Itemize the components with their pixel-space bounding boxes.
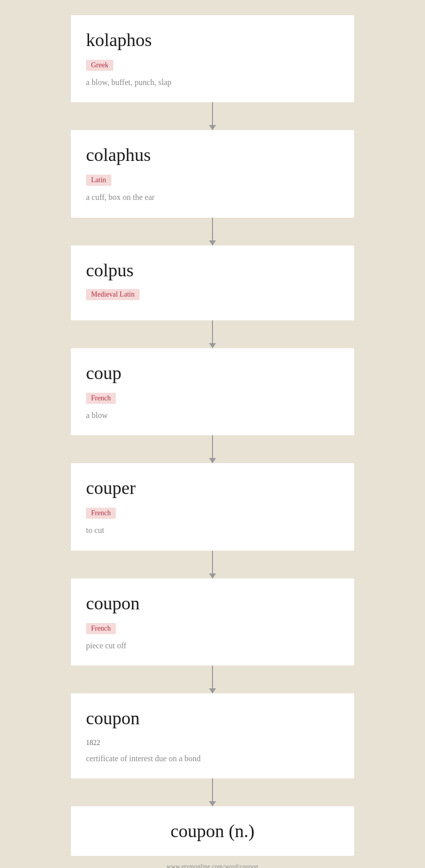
arrow-connector-2: [212, 218, 213, 245]
word-card-kolaphos: kolaphos Greek a blow, buffet, punch, sl…: [71, 15, 354, 102]
word-definition-colaphus: a cuff, box on the ear: [86, 192, 339, 203]
year-tag-coupon-1822: 1822: [86, 739, 100, 747]
word-definition-coup: a blow: [86, 410, 339, 421]
language-tag-colpus: Medieval Latin: [86, 289, 140, 300]
word-definition-coupon-french: piece cut off: [86, 640, 339, 651]
word-title-kolaphos: kolaphos: [86, 29, 339, 51]
word-title-colaphus: colaphus: [86, 144, 339, 166]
word-card-colpus: colpus Medieval Latin: [71, 245, 354, 320]
word-title-final: coupon (n.): [171, 820, 254, 842]
word-title-coupon-french: coupon: [86, 593, 339, 614]
word-card-coupon-french: coupon French piece cut off: [71, 578, 354, 666]
word-title-couper: couper: [86, 477, 339, 499]
word-definition-kolaphos: a blow, buffet, punch, slap: [86, 77, 339, 88]
arrow-connector-7: [212, 778, 213, 806]
word-card-couper: couper French to cut: [71, 463, 354, 550]
word-definition-coupon-1822: certificate of interest due on a bond: [86, 753, 339, 764]
language-tag-colaphus: Latin: [86, 175, 111, 186]
arrow-connector-1: [212, 102, 213, 130]
language-tag-couper: French: [86, 508, 116, 519]
language-tag-kolaphos: Greek: [86, 60, 113, 71]
arrow-connector-6: [212, 666, 213, 693]
word-card-final: coupon (n.): [71, 806, 354, 856]
arrow-connector-3: [212, 320, 213, 348]
word-card-coupon-1822: coupon 1822 certificate of interest due …: [71, 693, 354, 778]
word-title-coupon-1822: coupon: [86, 708, 339, 729]
website-url: www.etymonline.com/word/coupon: [166, 863, 259, 868]
word-card-coup: coup French a blow: [71, 348, 354, 435]
word-title-colpus: colpus: [86, 260, 339, 281]
word-title-coup: coup: [86, 362, 339, 384]
etymology-chain: kolaphos Greek a blow, buffet, punch, sl…: [0, 15, 425, 868]
word-definition-couper: to cut: [86, 525, 339, 536]
arrow-connector-5: [212, 551, 213, 578]
language-tag-coupon-french: French: [86, 623, 116, 634]
language-tag-coup: French: [86, 393, 116, 404]
arrow-connector-4: [212, 435, 213, 463]
word-card-colaphus: colaphus Latin a cuff, box on the ear: [71, 130, 354, 217]
